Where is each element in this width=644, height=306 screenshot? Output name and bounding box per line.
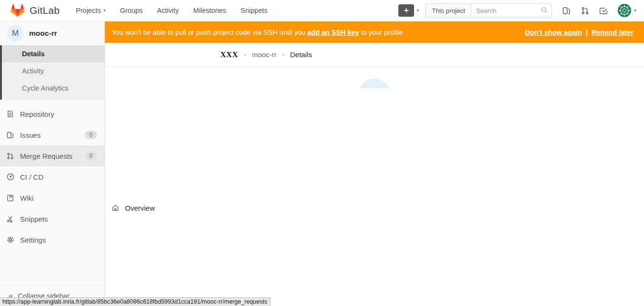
new-menu-button[interactable]: + ▾ — [398, 4, 419, 17]
nav-item-snippets[interactable]: Snippets — [240, 7, 267, 14]
add-ssh-key-link[interactable]: add an SSH key — [307, 29, 359, 36]
home-icon — [112, 204, 119, 212]
issues-icon — [7, 132, 14, 139]
todos-icon[interactable] — [600, 7, 608, 15]
plus-icon: + — [398, 4, 414, 17]
nav-item-projects[interactable]: Projects ▾ — [76, 7, 105, 14]
wiki-icon — [7, 194, 14, 202]
header-icons — [562, 7, 608, 15]
dont-show-again-link[interactable]: Don't show again — [525, 29, 582, 36]
project-avatar: M — [7, 25, 23, 41]
gitlab-brand[interactable]: GitLab — [10, 3, 60, 18]
sidebar-item-wiki[interactable]: Wiki — [0, 187, 104, 208]
user-avatar — [617, 3, 632, 18]
issues-icon[interactable] — [562, 7, 571, 15]
sidebar-item-merge-requests[interactable]: Merge Requests 0 — [0, 145, 104, 166]
repository-icon — [7, 110, 14, 118]
nav-item-activity[interactable]: Activity — [157, 7, 179, 14]
chevron-right-icon: › — [244, 51, 246, 58]
nav-item-groups[interactable]: Groups — [120, 7, 143, 14]
issues-count-badge: 0 — [85, 131, 97, 139]
breadcrumb-group[interactable]: XXX — [220, 51, 239, 59]
sidebar-project-header[interactable]: M mooc-rr — [0, 21, 104, 45]
remind-later-link[interactable]: Remind later — [592, 29, 634, 36]
navbar-right: + ▾ This project — [398, 3, 636, 18]
browser-status-bar: https://app-learninglab.inria.fr/gitlab/… — [0, 297, 270, 306]
user-menu[interactable]: ▾ — [617, 3, 636, 18]
ci-cd-icon — [7, 173, 14, 181]
snippets-icon — [7, 215, 14, 223]
sidebar-section-overview: Overview Details Activity Cycle Analytic… — [0, 45, 104, 100]
chevron-down-icon: ▾ — [103, 8, 105, 13]
merge-requests-icon — [7, 153, 14, 160]
gear-icon — [7, 236, 14, 244]
brand-name: GitLab — [30, 5, 60, 16]
search-scope-label: This project — [426, 3, 471, 18]
gitlab-logo-icon — [10, 3, 25, 18]
search-group: This project — [426, 3, 552, 18]
project-sidebar: M mooc-rr Overview Details Activity Cycl… — [0, 21, 105, 306]
sidebar-item-repository[interactable]: Repository — [0, 103, 104, 124]
breadcrumb: XXX › mooc-rr › Details — [105, 43, 644, 67]
chevron-down-icon: ▾ — [416, 8, 419, 13]
sidebar-item-snippets[interactable]: Snippets — [0, 208, 104, 229]
sidebar-item-issues[interactable]: Issues 0 — [0, 124, 104, 145]
chevron-down-icon: ▾ — [634, 8, 636, 13]
sidebar-item-ci-cd[interactable]: CI / CD — [0, 166, 104, 187]
alert-message: You won't be able to pull or push projec… — [112, 29, 525, 36]
sidebar-item-details[interactable]: Details — [2, 45, 104, 62]
alert-separator: | — [586, 29, 588, 36]
merge-requests-icon[interactable] — [581, 7, 589, 15]
sidebar-item-settings[interactable]: Settings — [0, 229, 104, 250]
search-input[interactable] — [471, 3, 552, 18]
merge-requests-count-badge: 0 — [85, 152, 97, 160]
ssh-key-alert: You won't be able to pull or push projec… — [105, 21, 644, 43]
breadcrumb-page[interactable]: Details — [290, 51, 312, 59]
sidebar-project-name: mooc-rr — [29, 29, 57, 38]
nav-item-milestones[interactable]: Milestones — [193, 7, 226, 14]
top-navbar: GitLab Projects ▾ Groups Activity Milest… — [0, 0, 644, 21]
search-icon — [541, 7, 548, 14]
nav-menu: Projects ▾ Groups Activity Milestones Sn… — [76, 7, 268, 14]
sidebar-item-activity[interactable]: Activity — [2, 62, 104, 80]
breadcrumb-project[interactable]: mooc-rr — [252, 51, 277, 59]
sidebar-item-overview[interactable]: Overview — [105, 88, 644, 306]
sidebar-item-cycle-analytics[interactable]: Cycle Analytics — [2, 80, 104, 97]
chevron-right-icon: › — [282, 51, 284, 58]
